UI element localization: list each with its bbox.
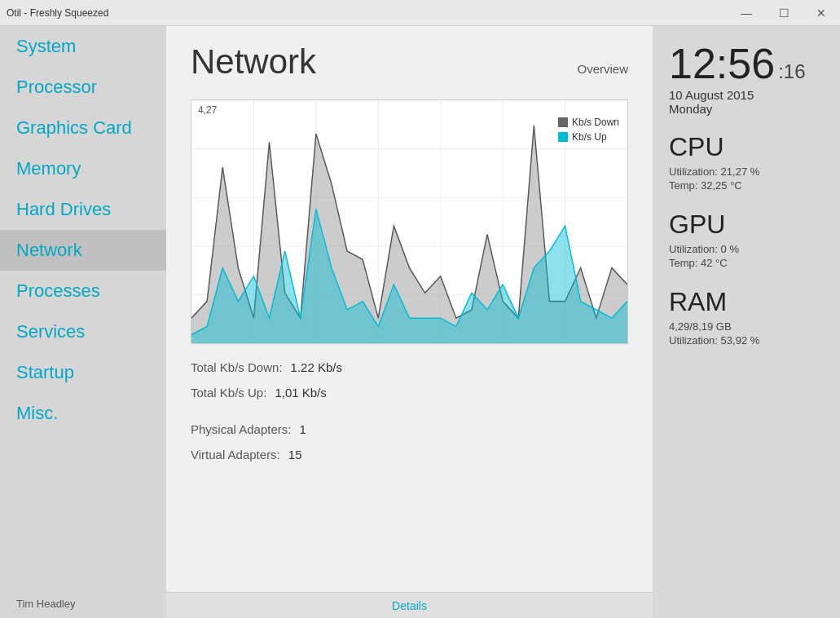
chart-legend: Kb/s Down Kb/s Up: [558, 117, 619, 143]
ram-title: RAM: [669, 287, 824, 317]
clock-seconds: :16: [778, 60, 805, 83]
virtual-value: 15: [288, 448, 302, 461]
sidebar-item-processor[interactable]: Processor: [0, 67, 166, 108]
physical-label: Physical Adapters:: [191, 422, 291, 436]
gpu-temp: Temp: 42 °C: [669, 257, 824, 269]
legend-swatch-down: [558, 117, 568, 127]
clock-display: 12:56 :16: [669, 42, 824, 85]
sidebar: System Processor Graphics Card Memory Ha…: [0, 26, 166, 618]
maximize-button[interactable]: ☐: [765, 0, 803, 25]
details-link[interactable]: Details: [392, 599, 427, 612]
ram-usage: 4,29/8,19 GB: [669, 320, 824, 333]
gpu-utilization: Utilization: 0 %: [669, 243, 824, 255]
adapter-stats: Physical Adapters: 1 Virtual Adapters: 1…: [191, 422, 628, 468]
stat-row-down: Total Kb/s Down: 1.22 Kb/s: [191, 360, 628, 374]
virtual-adapters-row: Virtual Adapters: 15: [191, 448, 628, 461]
sidebar-footer: Tim Headley: [0, 589, 166, 618]
cpu-temp: Temp: 32,25 °C: [669, 179, 824, 192]
legend-up: Kb/s Up: [558, 131, 619, 143]
stat-row-up: Total Kb/s Up: 1,01 Kb/s: [191, 386, 628, 399]
content-area: Network Overview 4,27 Kb/s Down Kb/s Up: [166, 26, 653, 592]
sidebar-item-memory[interactable]: Memory: [0, 148, 166, 189]
page-title: Network: [191, 42, 316, 82]
gpu-title: GPU: [669, 210, 824, 240]
titlebar-title: Otil - Freshly Squeezed: [7, 7, 108, 19]
close-button[interactable]: ✕: [803, 0, 840, 25]
legend-up-label: Kb/s Up: [572, 131, 607, 143]
network-stats: Total Kb/s Down: 1.22 Kb/s Total Kb/s Up…: [191, 360, 628, 406]
sidebar-item-processes[interactable]: Processes: [0, 271, 166, 311]
cpu-section: CPU Utilization: 21,27 % Temp: 32,25 °C: [669, 132, 824, 193]
main-content: Network Overview 4,27 Kb/s Down Kb/s Up: [166, 26, 653, 618]
titlebar: Otil - Freshly Squeezed — ☐ ✕: [0, 0, 840, 26]
gpu-section: GPU Utilization: 0 % Temp: 42 °C: [669, 210, 824, 271]
legend-down: Kb/s Down: [558, 117, 619, 128]
content-footer: Details: [166, 592, 653, 618]
clock-date: 10 August 2015: [669, 88, 824, 102]
network-chart: 4,27 Kb/s Down Kb/s Up: [191, 99, 628, 344]
cpu-title: CPU: [669, 132, 824, 162]
total-up-value: 1,01 Kb/s: [275, 386, 326, 399]
app-body: System Processor Graphics Card Memory Ha…: [0, 26, 840, 618]
titlebar-controls: — ☐ ✕: [728, 0, 840, 25]
overview-label: Overview: [577, 62, 628, 76]
legend-swatch-up: [558, 132, 568, 142]
clock-time: 12:56: [669, 42, 775, 85]
sidebar-item-network[interactable]: Network: [0, 230, 166, 271]
physical-value: 1: [299, 422, 306, 436]
clock-day: Monday: [669, 102, 824, 116]
legend-down-label: Kb/s Down: [572, 117, 619, 128]
sidebar-item-graphics-card[interactable]: Graphics Card: [0, 108, 166, 148]
right-panel: 12:56 :16 10 August 2015 Monday CPU Util…: [653, 26, 840, 618]
sidebar-item-startup[interactable]: Startup: [0, 352, 166, 393]
sidebar-item-misc[interactable]: Misc.: [0, 393, 166, 434]
total-down-label: Total Kb/s Down:: [191, 360, 283, 374]
sidebar-item-hard-drives[interactable]: Hard Drives: [0, 189, 166, 230]
sidebar-item-services[interactable]: Services: [0, 311, 166, 352]
virtual-label: Virtual Adapters:: [191, 448, 280, 461]
ram-utilization: Utilization: 53,92 %: [669, 334, 824, 347]
cpu-utilization: Utilization: 21,27 %: [669, 166, 824, 178]
chart-y-label: 4,27: [198, 104, 217, 116]
physical-adapters-row: Physical Adapters: 1: [191, 422, 628, 436]
minimize-button[interactable]: —: [728, 0, 765, 25]
ram-section: RAM 4,29/8,19 GB Utilization: 53,92 %: [669, 287, 824, 348]
total-up-label: Total Kb/s Up:: [191, 386, 266, 399]
total-down-value: 1.22 Kb/s: [291, 360, 342, 374]
sidebar-item-system[interactable]: System: [0, 26, 166, 67]
